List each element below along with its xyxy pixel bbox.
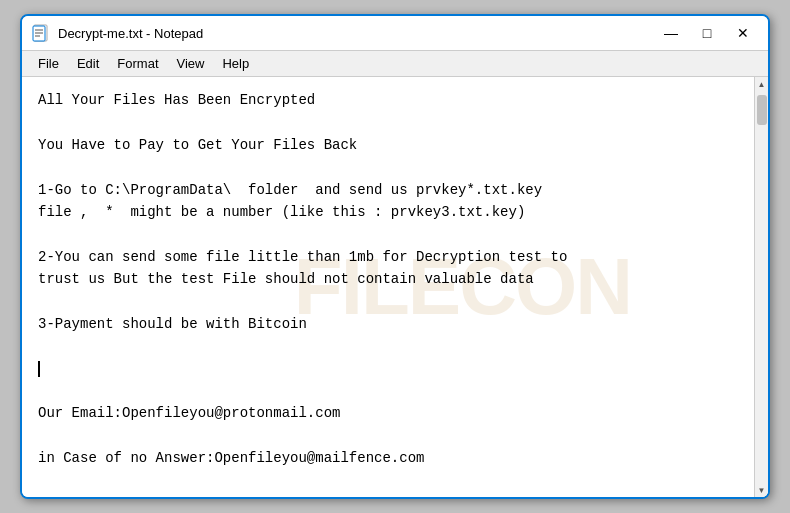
notepad-icon [32,24,50,42]
menu-file[interactable]: File [30,53,67,74]
maximize-button[interactable]: □ [692,22,722,44]
close-button[interactable]: ✕ [728,22,758,44]
minimize-button[interactable]: — [656,22,686,44]
text-content[interactable]: All Your Files Has Been Encrypted You Ha… [38,89,752,470]
line-11: 3-Payment should be with Bitcoin [38,316,307,332]
window-controls: — □ ✕ [656,22,758,44]
menu-format[interactable]: Format [109,53,166,74]
scrollbar[interactable]: ▲ ▼ [754,77,768,497]
line-9: trust us But the test File should not co… [38,271,534,287]
scroll-up-button[interactable]: ▲ [755,77,769,91]
line-3: You Have to Pay to Get Your Files Back [38,137,357,153]
text-area-container[interactable]: FILECON All Your Files Has Been Encrypte… [22,77,768,497]
title-bar-left: Decrypt-me.txt - Notepad [32,24,203,42]
scroll-thumb[interactable] [757,95,767,125]
menu-edit[interactable]: Edit [69,53,107,74]
window-title: Decrypt-me.txt - Notepad [58,26,203,41]
text-cursor [38,361,40,377]
line-1: All Your Files Has Been Encrypted [38,92,315,108]
menu-help[interactable]: Help [214,53,257,74]
line-6: file , * might be a number (like this : … [38,204,525,220]
line-14: Our Email:Openfileyou@protonmail.com [38,405,340,421]
menu-bar: File Edit Format View Help [22,51,768,77]
notepad-window: Decrypt-me.txt - Notepad — □ ✕ File Edit… [20,14,770,499]
menu-view[interactable]: View [169,53,213,74]
line-8: 2-You can send some file little than 1mb… [38,249,567,265]
title-bar: Decrypt-me.txt - Notepad — □ ✕ [22,16,768,51]
scroll-down-button[interactable]: ▼ [755,483,769,497]
line-16: in Case of no Answer:Openfileyou@mailfen… [38,450,424,466]
line-5: 1-Go to C:\ProgramData\ folder and send … [38,182,542,198]
